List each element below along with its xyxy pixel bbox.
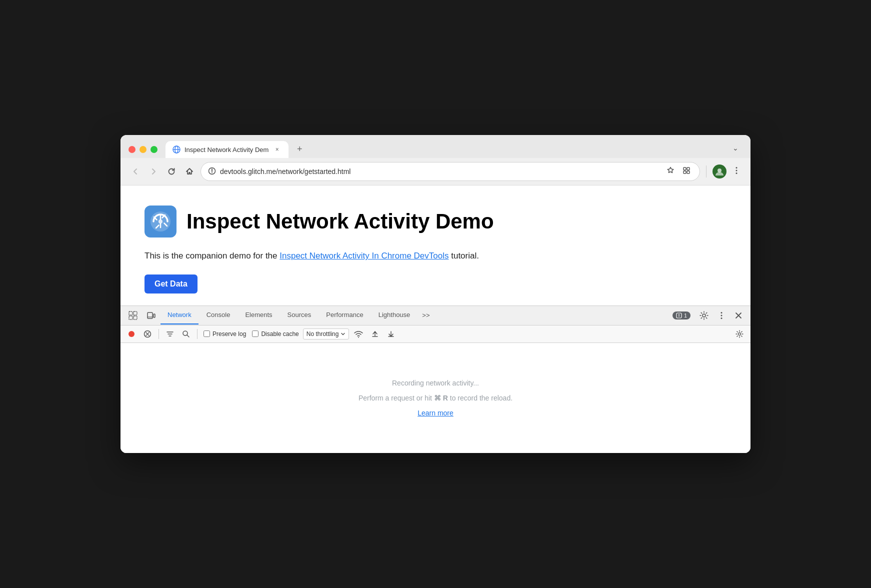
clear-button[interactable] — [140, 328, 154, 340]
url-text: devtools.glitch.me/network/getstarted.ht… — [220, 168, 660, 176]
svg-point-5 — [212, 172, 212, 173]
tab-favicon-icon — [172, 146, 180, 154]
security-icon — [208, 167, 216, 176]
network-empty-state: Recording network activity... Perform a … — [120, 343, 750, 453]
svg-rect-19 — [134, 316, 137, 320]
close-button[interactable] — [128, 146, 136, 153]
svg-rect-18 — [129, 316, 132, 320]
svg-rect-6 — [684, 168, 686, 170]
address-bar: devtools.glitch.me/network/getstarted.ht… — [120, 158, 750, 186]
devtools-more-tabs-button[interactable]: >> — [418, 306, 434, 324]
learn-more-link[interactable]: Learn more — [418, 409, 454, 417]
svg-point-11 — [736, 167, 738, 168]
tab-dropdown-button[interactable]: ⌄ — [728, 141, 742, 155]
glitch-logo — [144, 206, 176, 238]
svg-rect-9 — [687, 171, 690, 174]
devtools-select-icon[interactable] — [124, 306, 142, 325]
svg-point-34 — [738, 332, 741, 335]
svg-rect-20 — [148, 312, 152, 318]
toolbar-separator — [158, 329, 159, 339]
devtools-tab-bar: Network Console Elements Sources Perform… — [120, 306, 750, 326]
url-bar[interactable]: devtools.glitch.me/network/getstarted.ht… — [200, 162, 700, 181]
throttle-dropdown[interactable]: No throttling — [303, 328, 350, 340]
svg-point-28 — [721, 314, 722, 316]
wifi-icon[interactable] — [351, 328, 366, 340]
extensions-icon[interactable] — [680, 166, 692, 178]
tab-performance[interactable]: Performance — [319, 306, 370, 324]
disable-cache-checkbox[interactable]: Disable cache — [250, 330, 300, 338]
devtools-close-button[interactable] — [730, 308, 746, 324]
hint-suffix: to record the reload. — [448, 394, 512, 402]
tab-elements[interactable]: Elements — [238, 306, 279, 324]
devtools-settings-button[interactable] — [696, 307, 712, 324]
maximize-button[interactable] — [150, 146, 158, 153]
svg-point-27 — [721, 312, 722, 314]
devtools-more-button[interactable] — [714, 308, 730, 324]
devtools-device-icon[interactable] — [142, 306, 160, 325]
devtools-issues-badge[interactable]: 1 — [672, 312, 690, 320]
hint-prefix: Perform a request or hit — [358, 394, 434, 402]
preserve-log-input[interactable] — [204, 330, 210, 337]
svg-point-10 — [718, 168, 722, 172]
svg-rect-21 — [154, 314, 155, 318]
tab-bar: Inspect Network Activity Dem × + ⌄ — [166, 141, 742, 158]
svg-rect-7 — [687, 168, 690, 170]
record-button[interactable] — [124, 328, 138, 340]
svg-rect-17 — [134, 312, 137, 315]
new-tab-button[interactable]: + — [292, 142, 306, 156]
forward-button[interactable] — [146, 164, 160, 178]
svg-point-25 — [678, 316, 679, 317]
page-description: This is the companion demo for the Inspe… — [144, 250, 726, 262]
tab-close-button[interactable]: × — [272, 145, 282, 154]
page-link[interactable]: Inspect Network Activity In Chrome DevTo… — [280, 251, 448, 260]
page-header: Inspect Network Activity Demo — [144, 206, 726, 238]
recording-text: Recording network activity... — [392, 379, 479, 387]
browser-window: Inspect Network Activity Dem × + ⌄ — [120, 135, 750, 453]
home-button[interactable] — [182, 164, 196, 178]
network-settings-button[interactable] — [732, 328, 746, 340]
tab-console[interactable]: Console — [200, 306, 238, 324]
page-title: Inspect Network Activity Demo — [186, 210, 494, 234]
import-har-button[interactable] — [368, 328, 382, 340]
export-har-button[interactable] — [384, 328, 398, 340]
svg-point-30 — [128, 331, 134, 337]
back-button[interactable] — [128, 164, 142, 178]
search-button[interactable] — [179, 328, 193, 340]
tab-sources[interactable]: Sources — [280, 306, 318, 324]
preserve-log-label: Preserve log — [212, 330, 246, 338]
svg-point-33 — [358, 336, 359, 338]
network-toolbar: Preserve log Disable cache No throttling — [120, 326, 750, 343]
description-after: tutorial. — [448, 251, 478, 260]
bookmark-icon[interactable] — [664, 166, 676, 178]
chrome-menu-button[interactable] — [730, 166, 742, 178]
disable-cache-input[interactable] — [252, 330, 258, 337]
minimize-button[interactable] — [140, 146, 146, 153]
reload-button[interactable] — [164, 164, 178, 178]
tab-network[interactable]: Network — [160, 306, 198, 324]
svg-point-12 — [736, 170, 738, 172]
svg-point-13 — [736, 172, 738, 174]
throttle-label: No throttling — [306, 330, 339, 338]
shortcut-r: R — [441, 394, 448, 402]
shortcut-cmd: ⌘ — [434, 394, 441, 402]
profile-avatar[interactable] — [712, 164, 726, 178]
network-hint-text: Perform a request or hit ⌘ R to record t… — [358, 394, 512, 402]
svg-rect-8 — [684, 171, 686, 174]
svg-rect-16 — [129, 312, 132, 315]
page-content: Inspect Network Activity Demo This is th… — [120, 186, 750, 306]
issues-count: 1 — [684, 312, 687, 318]
disable-cache-label: Disable cache — [261, 330, 298, 338]
description-before: This is the companion demo for the — [144, 251, 280, 260]
tab-title: Inspect Network Activity Dem — [184, 146, 268, 154]
title-bar: Inspect Network Activity Dem × + ⌄ — [120, 135, 750, 158]
devtools-panel: Network Console Elements Sources Perform… — [120, 306, 750, 453]
tab-lighthouse[interactable]: Lighthouse — [372, 306, 418, 324]
svg-point-29 — [721, 318, 722, 319]
toolbar-separator-2 — [197, 329, 198, 339]
svg-point-26 — [702, 314, 706, 317]
window-controls — [128, 146, 158, 158]
preserve-log-checkbox[interactable]: Preserve log — [202, 330, 248, 338]
get-data-button[interactable]: Get Data — [144, 274, 198, 294]
browser-tab[interactable]: Inspect Network Activity Dem × — [166, 141, 288, 158]
filter-button[interactable] — [163, 328, 177, 340]
